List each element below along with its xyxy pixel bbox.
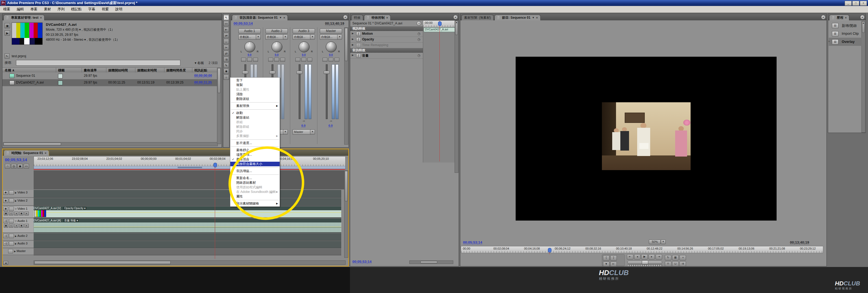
output-assignment-dropdown[interactable]: Master [293,129,311,135]
effect-row-time-remapping[interactable]: ▶ƒTime Remapping [350,42,423,48]
twirl-icon[interactable]: ▶ [352,38,354,40]
automation-mode-dropdown[interactable]: 自動讀... [266,34,284,39]
strip-toggle-button[interactable] [280,58,285,62]
toggle-track-output-icon[interactable]: ◁) [3,219,8,223]
toggle-animation-icon[interactable]: ◷ [417,37,420,41]
strip-toggle-button[interactable] [253,58,258,62]
keyframe-style-button[interactable]: ◇ [9,224,13,228]
track-body-audio2[interactable] [34,233,341,241]
pan-knob[interactable] [326,41,337,52]
menu-0[interactable]: 檔案 [0,6,13,12]
context-menu-item-18[interactable]: 場景選項... [230,152,280,157]
table-row[interactable]: DVCam0427_A.avi29.97 fps00:00:11:2500:13… [2,79,218,86]
toggle-track-output-icon[interactable]: ◉ [3,199,8,203]
label-color-swatch[interactable] [58,74,63,79]
strip-toggle-button[interactable] [307,58,312,62]
go-to-next-edit-button[interactable]: ⇥ [656,254,662,260]
fader-value[interactable]: 0.0 [301,124,305,127]
search-input[interactable] [16,60,180,66]
automation-dropdown-arrow-icon[interactable]: ▼ [337,34,342,39]
program-playhead-pin[interactable] [548,248,552,253]
track-lock-box[interactable] [9,207,14,211]
fader-handle[interactable] [269,71,275,74]
add-keyframe-button[interactable]: ◆ [19,212,24,215]
zoom-level-dropdown[interactable]: 50% ▼ [649,239,666,244]
lift-button[interactable]: ⊓ [665,261,671,266]
fx-badge-icon[interactable]: ƒ [356,54,361,58]
set-out-point-button[interactable]: } [610,255,617,261]
column-header-0[interactable]: 名稱 ∧ [5,68,14,73]
tab-history[interactable]: 歷程 × [829,14,849,20]
jog-disk[interactable] [627,265,662,266]
close-tab-icon[interactable]: × [536,15,538,20]
play-preview-button[interactable]: ▶ [5,30,10,35]
set-unnumbered-marker-button[interactable]: ◆ [18,164,23,169]
track-lock-box[interactable] [9,219,14,223]
context-menu-item-22[interactable]: 音訊增益... [230,169,280,173]
effect-row-motion[interactable]: ▶ƒMotion◷ [350,31,423,37]
pen-tool[interactable]: ✎ [223,63,229,68]
strip-toggle-button[interactable] [241,58,246,62]
pan-value[interactable]: 0.0 [275,54,279,57]
play-button[interactable]: ▶ [641,254,648,260]
pan-value[interactable]: 0.0 [248,54,251,57]
menu-4[interactable]: 序列 [54,6,68,12]
slide-tool[interactable]: ⇉ [223,57,229,62]
rolling-edit-tool[interactable]: ⇌ [223,33,229,38]
automation-mode-dropdown[interactable]: 自動讀... [320,34,338,39]
strip-toggle-button[interactable] [322,58,328,62]
toggle-track-output-icon[interactable]: ◁) [3,241,8,246]
track-lock-box[interactable] [9,199,14,203]
context-menu-item-24[interactable]: 重新命名... [230,176,280,180]
pan-value[interactable]: 0.0 [302,54,306,57]
fader-handle[interactable] [297,71,303,74]
timeline-playhead-pin[interactable] [214,163,217,167]
effect-playhead-line[interactable] [439,20,440,162]
close-tab-icon[interactable]: × [845,15,846,20]
close-tab-icon[interactable]: × [386,15,388,20]
timeline-clip[interactable]: DVCam0427_A.avi [A] 音量:等級 ▾ [34,219,341,232]
table-row[interactable]: Sequence 0129.97 fps00;00;00;00 [2,72,218,80]
safe-margins-button[interactable]: ▦ [672,255,679,260]
close-button[interactable]: × [860,1,867,6]
clip-body[interactable] [34,210,341,217]
mixer-current-timecode[interactable]: 00;05;53;14 [234,22,253,26]
context-menu-item-0[interactable]: 剪下 [230,78,280,83]
label-color-swatch[interactable] [58,81,63,85]
tab-dropdown-icon[interactable]: ▼ [532,15,534,20]
menu-1[interactable]: 編輯 [13,6,27,12]
context-menu-item-9[interactable]: 解除連結 [230,115,280,120]
track-body-video1[interactable]: DVCam0427_A.avi [V] Opacity:Opacity ▾ [34,206,341,218]
track-header-audio1[interactable]: ◁)▽Audio 1▣◇◂◆▸ [3,218,34,233]
keyframe-style-button[interactable]: ◇ [9,212,13,215]
hand-tool[interactable]: ✱ [223,69,229,74]
track-body-video2[interactable] [34,198,341,206]
mixer-vscrollbar[interactable] [344,27,348,145]
context-menu-item-25[interactable]: 開啟原始素材 [230,180,280,185]
pan-knob[interactable] [272,41,282,52]
context-menu-item-15[interactable]: 影片速度... [230,141,280,145]
track-select-tool[interactable]: ▭ [223,21,229,26]
view-dropdown[interactable]: ▾ 名稱 [195,61,204,65]
automation-mode-dropdown[interactable]: 自動讀... [293,34,311,39]
twirl-icon[interactable]: ▶ [15,235,17,237]
timeline-ruler[interactable]: 23;03;12;0623;02;08;0423;01;04;0200;00;0… [34,156,346,167]
track-body-audio1[interactable]: DVCam0427_A.avi [A] 音量:等級 ▾ [34,218,341,233]
column-header-3[interactable]: 媒體開始時間 [108,68,128,73]
automation-mode-dropdown[interactable]: 自動讀... [239,34,257,39]
context-menu-item-6[interactable]: 素材替換▶ [230,104,280,108]
strip-toggle-button[interactable] [247,58,252,62]
context-menu-item-4[interactable]: 刪除波紋 [230,96,280,101]
clip-effect-badge[interactable]: 音量:等級 ▾ [63,219,79,222]
context-menu-item-17[interactable]: 畫格靜止... [230,148,280,152]
context-menu-item-28[interactable]: 屬性 [230,194,280,199]
ripple-edit-tool[interactable]: ⇤ [223,27,229,32]
toggle-animation-icon[interactable]: ◷ [417,54,420,57]
fx-badge-icon[interactable]: ƒ [356,43,361,48]
track-header-audio3[interactable]: ◁)▶Audio 3 [3,241,34,248]
tab-timeline[interactable]: 時間軸: Sequence 01 × [4,150,49,156]
poster-frame-icon[interactable]: ▣ [5,23,10,28]
menu-7[interactable]: 視窗 [98,6,112,12]
go-to-previous-edit-button[interactable]: ⇤ [627,254,633,260]
close-tab-icon[interactable]: × [45,150,46,156]
